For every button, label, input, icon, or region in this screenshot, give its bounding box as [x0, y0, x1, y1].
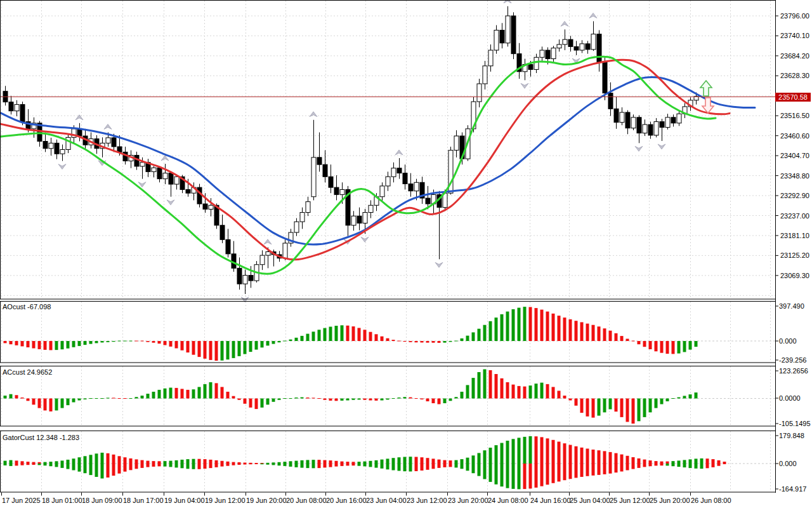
- time-axis-label: 19 Jun 12:00: [205, 497, 246, 504]
- ao-histogram: [4, 307, 698, 361]
- time-axis-label: 19 Jun 04:00: [164, 497, 205, 504]
- price-axis-label: 23292.90: [780, 192, 809, 199]
- price-axis-label: 23069.30: [780, 272, 809, 279]
- indicator-scale-label: 179.848: [779, 432, 804, 439]
- time-axis-label: 23 Jun 12:00: [407, 497, 447, 504]
- time-axis-label: 17 Jun 2025: [2, 497, 41, 504]
- chart-canvas[interactable]: [0, 0, 812, 508]
- buy-signal-arrow-icon: [700, 81, 712, 96]
- current-price-badge: 23570.58: [775, 93, 811, 102]
- indicator-scale-label: -239.256: [779, 356, 806, 364]
- indicator-scale-label: -105.1495: [779, 420, 811, 427]
- time-axis-label: 18 Jun 17:00: [123, 497, 164, 504]
- indicator-scale-label: 0.000: [779, 460, 797, 467]
- price-axis-label: 23628.30: [780, 72, 809, 79]
- alligator-jaw-line: [0, 77, 755, 244]
- price-axis-label: 23684.20: [780, 52, 809, 60]
- time-axis-label: 20 Jun 08:00: [286, 497, 327, 504]
- ac-histogram: [4, 370, 698, 424]
- indicator-scale-label: -164.917: [779, 485, 806, 493]
- ao-indicator-label: AOcust -67.098: [3, 303, 51, 311]
- time-axis-label: 20 Jun 16:00: [326, 497, 367, 504]
- price-axis-label: 23796.00: [780, 12, 809, 20]
- trading-chart-window: AOcust -67.098 ACcust 24.9652 GatorCust …: [0, 0, 812, 508]
- ac-indicator-label: ACcust 24.9652: [3, 368, 52, 376]
- price-axis-label: 23125.20: [780, 251, 809, 259]
- price-axis-label: 23237.00: [780, 212, 809, 220]
- time-axis-label: 18 Jun 01:00: [42, 497, 82, 504]
- time-axis-label: 23 Jun 20:00: [448, 497, 488, 504]
- fractal-arrows: [58, 0, 665, 302]
- time-axis-label: 25 Jun 04:00: [570, 497, 610, 504]
- indicator-scale-label: 397.490: [779, 302, 804, 310]
- gator-indicator-label: GatorCust 12.348 -1.283: [3, 434, 79, 441]
- alligator-lips-line: [0, 57, 716, 274]
- indicator-scale-label: 0.000: [779, 337, 797, 345]
- price-axis-label: 23740.10: [780, 32, 809, 39]
- time-axis-label: 19 Jun 20:00: [246, 497, 287, 504]
- candlestick-series: [3, 6, 698, 294]
- price-axis-label: 23404.70: [780, 152, 809, 159]
- price-axis-label: 23181.10: [780, 232, 809, 239]
- time-axis-label: 18 Jun 09:00: [82, 497, 122, 504]
- gator-histogram: [4, 436, 726, 490]
- time-axis-label: 25 Jun 12:00: [610, 497, 650, 504]
- sell-signal-arrow-icon: [702, 98, 714, 113]
- time-axis-label: 24 Jun 16:00: [530, 497, 571, 504]
- price-axis-label: 23460.60: [780, 132, 809, 140]
- time-axis-label: 24 Jun 08:00: [488, 497, 528, 504]
- time-axis-label: 23 Jun 04:00: [366, 497, 407, 504]
- indicator-scale-label: 0.0000: [779, 394, 801, 402]
- time-axis-label: 26 Jun 08:00: [691, 497, 731, 504]
- indicator-scale-label: 123.2656: [779, 367, 808, 375]
- price-axis-label: 23348.80: [780, 172, 809, 180]
- time-axis-label: 25 Jun 20:00: [650, 497, 690, 504]
- price-axis-label: 23516.50: [780, 112, 809, 119]
